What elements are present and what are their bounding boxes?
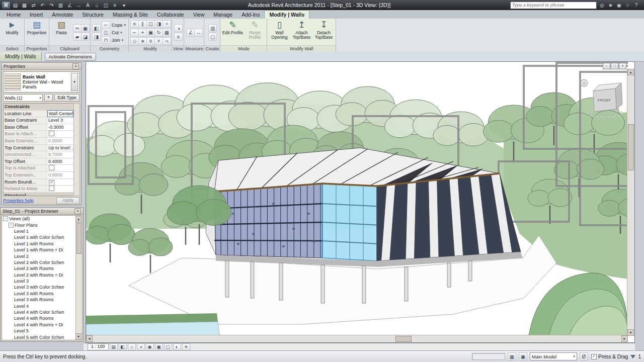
- synchronize-icon[interactable]: ⇄: [29, 1, 38, 9]
- scroll-right-arrow[interactable]: ►: [621, 335, 628, 342]
- tab-add-ins[interactable]: Add-Ins: [237, 11, 264, 19]
- print-icon[interactable]: ▥: [56, 1, 65, 9]
- measure-between-icon[interactable]: ∠: [186, 29, 195, 37]
- tree-expander-icon[interactable]: −: [3, 216, 8, 221]
- scroll-up-arrow[interactable]: ▲: [627, 69, 634, 75]
- property-checkbox[interactable]: [49, 186, 54, 191]
- horizontal-scroll-thumb[interactable]: [395, 336, 412, 342]
- favorites-icon[interactable]: ☆: [624, 2, 631, 9]
- array-icon[interactable]: ▦: [163, 29, 171, 37]
- tree-item-level-4[interactable]: Level 4: [2, 303, 75, 309]
- horizontal-scrollbar[interactable]: ◄ ►: [86, 335, 628, 342]
- property-value[interactable]: 0.0000: [47, 138, 73, 144]
- create-similar-icon[interactable]: ▢: [208, 33, 217, 41]
- match-type-icon[interactable]: ▰: [73, 33, 82, 41]
- qat-dropdown-icon[interactable]: ▾: [120, 1, 128, 9]
- properties-palette-title[interactable]: Properties ×: [2, 63, 81, 70]
- panel-label-create[interactable]: Create: [204, 45, 220, 52]
- modify-button[interactable]: ►Modify: [2, 20, 23, 35]
- drawing-area[interactable]: ⌂ FRONT – □ × ▲ ▼ ◄ ►: [86, 61, 635, 343]
- temporary-hide-isolate-icon[interactable]: ◐: [173, 343, 181, 350]
- properties-help-link[interactable]: Properties help: [3, 198, 34, 203]
- rotate-icon[interactable]: ↻: [154, 29, 163, 37]
- section-icon[interactable]: ◫: [102, 1, 110, 9]
- panel-label-geometry[interactable]: Geometry: [91, 45, 128, 52]
- visual-style-icon[interactable]: ◧: [119, 343, 127, 350]
- paint-face-icon[interactable]: ¬: [163, 37, 171, 45]
- detach-top-base-button[interactable]: ↧Detach Top/Base: [313, 20, 334, 40]
- thin-lines-icon[interactable]: ≡: [111, 1, 119, 9]
- properties-button[interactable]: ▤Properties: [26, 20, 47, 35]
- tree-item-floor-plans[interactable]: −Floor Plans: [2, 222, 75, 228]
- edit-profile-button[interactable]: ✎Edit Profile: [222, 20, 243, 35]
- tree-item-level-2-with-color-schen[interactable]: Level 2 with Color Schen: [2, 259, 75, 265]
- apply-button[interactable]: Apply: [56, 197, 79, 204]
- view-minimize-button[interactable]: –: [603, 63, 610, 69]
- tree-item-level-1[interactable]: Level 1: [2, 228, 75, 234]
- view-restore-button[interactable]: □: [611, 63, 618, 69]
- tree-item-level-1-with-rooms-di[interactable]: Level 1 with Rooms + Di: [2, 247, 75, 253]
- pick-icon[interactable]: ◪: [81, 33, 90, 41]
- properties-scrollbar[interactable]: [73, 103, 80, 196]
- panel-label-mode[interactable]: Mode: [220, 45, 267, 52]
- mirror-pick-icon[interactable]: ◨: [154, 20, 163, 28]
- panel-label-clipboard[interactable]: Clipboard: [49, 45, 90, 52]
- tab-insert[interactable]: Insert: [25, 11, 47, 19]
- property-value[interactable]: ✓: [47, 179, 73, 186]
- tree-item-level-1-with-color-schen[interactable]: Level 1 with Color Schen: [2, 234, 75, 240]
- detail-level-icon[interactable]: ▤: [110, 343, 118, 350]
- tab-home[interactable]: Home: [2, 11, 25, 19]
- delete-icon[interactable]: ×: [154, 37, 163, 45]
- create-group-icon[interactable]: ▥: [208, 24, 217, 32]
- property-checkbox[interactable]: [49, 165, 54, 170]
- split-element-icon[interactable]: ÷: [163, 20, 171, 28]
- paint-icon[interactable]: ◧: [92, 24, 101, 32]
- press-and-drag-checkbox[interactable]: ✓: [591, 354, 597, 359]
- scale-button[interactable]: 1 : 100: [88, 343, 109, 350]
- type-selector[interactable]: Basic Wall Exterior Wal - Wood Panels ▾: [3, 71, 79, 93]
- panel-label-modify-wall[interactable]: Modify Wall: [267, 45, 336, 52]
- property-value[interactable]: [47, 186, 73, 192]
- active-workset-combo[interactable]: Main Model ▾: [530, 352, 577, 360]
- panel-label-view[interactable]: View: [172, 45, 184, 52]
- property-checkbox[interactable]: [49, 131, 54, 136]
- search-input[interactable]: [511, 3, 596, 8]
- default-3d-view-icon[interactable]: ⌂: [93, 1, 101, 9]
- tree-item-level-1-with-rooms[interactable]: Level 1 with Rooms: [2, 241, 75, 247]
- project-browser-scrollbar[interactable]: ▲ ▼: [75, 215, 83, 340]
- properties-close-icon[interactable]: ×: [72, 63, 79, 69]
- worksets-icon[interactable]: ▦: [508, 352, 516, 360]
- tab-collaborate[interactable]: Collaborate: [152, 11, 189, 19]
- panel-label-select[interactable]: Select: [0, 45, 24, 52]
- cut-geometry-button[interactable]: ◫Cut▾: [101, 29, 127, 36]
- tab-manage[interactable]: Manage: [209, 11, 237, 19]
- cope-button[interactable]: ⌐Cope▾: [101, 22, 127, 29]
- copy-to-clipboard-icon[interactable]: ▣: [81, 24, 90, 32]
- activate-dimensions-button[interactable]: Activate Dimensions: [45, 53, 96, 61]
- visibility-icon[interactable]: ◑: [174, 24, 183, 32]
- unpin-icon[interactable]: ¤: [146, 37, 155, 45]
- project-browser-title[interactable]: Step_01 - Project Browser ×: [1, 208, 83, 215]
- tree-expander-icon[interactable]: −: [9, 223, 14, 228]
- tree-scroll-up[interactable]: ▲: [75, 216, 82, 222]
- tree-item-level-2[interactable]: Level 2: [2, 253, 75, 259]
- pin-icon[interactable]: ∗: [138, 37, 147, 45]
- move-icon[interactable]: +: [138, 29, 147, 37]
- tab-massing-site[interactable]: Massing & Site: [108, 11, 152, 19]
- copy-icon[interactable]: ▣: [146, 29, 155, 37]
- align-icon[interactable]: ≡: [130, 20, 139, 28]
- edit-type-button[interactable]: Edit Type: [54, 94, 79, 102]
- exclude-options-icon[interactable]: Ø: [580, 352, 588, 360]
- panel-label-modify[interactable]: Modify: [129, 45, 172, 52]
- tree-item-level-4-with-color-schen[interactable]: Level 4 with Color Schen: [2, 309, 75, 315]
- tab-view[interactable]: View: [189, 11, 209, 19]
- attach-top-base-button[interactable]: ↥Attach Top/Base: [291, 20, 312, 40]
- cut-icon[interactable]: ✂: [73, 24, 82, 32]
- shadows-icon[interactable]: ◑: [137, 343, 145, 350]
- save-icon[interactable]: ▦: [20, 1, 29, 9]
- design-options-icon[interactable]: ▣: [519, 352, 527, 360]
- property-value[interactable]: Level 3: [47, 117, 73, 124]
- reset-profile-button[interactable]: ✎Reset Profile: [244, 20, 265, 40]
- dimension-icon[interactable]: ↔: [194, 29, 203, 37]
- property-value-edit[interactable]: Wall Centerl...▾: [47, 110, 73, 118]
